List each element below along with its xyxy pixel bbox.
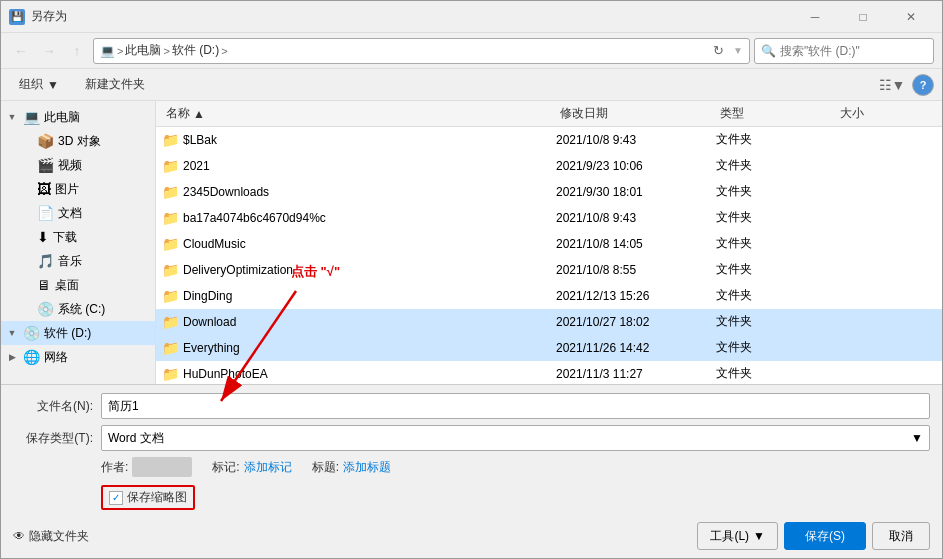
sidebar-item-music[interactable]: 🎵 音乐 [1, 249, 155, 273]
sidebar-item-d-drive[interactable]: ▼ 💿 软件 (D:) [1, 321, 155, 345]
tools-dropdown-icon: ▼ [753, 529, 765, 543]
col-header-date[interactable]: 修改日期 [556, 101, 716, 126]
sidebar-item-pictures[interactable]: 🖼 图片 [1, 177, 155, 201]
sidebar-item-videos[interactable]: 🎬 视频 [1, 153, 155, 177]
meta-row: 作者: 标记: 添加标记 标题: 添加标题 [13, 457, 930, 477]
tags-item: 标记: 添加标记 [212, 459, 291, 476]
thumbnail-checkbox[interactable]: ✓ [109, 491, 123, 505]
icon-downloads: ⬇ [37, 229, 49, 245]
filetype-row: 保存类型(T): Word 文档 ▼ [13, 425, 930, 451]
file-folder-icon: 📁 [162, 288, 179, 304]
col-header-size[interactable]: 大小 [836, 101, 936, 126]
file-row[interactable]: 📁 2345Downloads 2021/9/30 18:01 文件夹 [156, 179, 942, 205]
label-downloads: 下载 [53, 229, 77, 246]
sidebar-item-this-pc[interactable]: ▼ 💻 此电脑 [1, 105, 155, 129]
path-pc[interactable]: 💻 [100, 44, 115, 58]
icon-this-pc: 💻 [23, 109, 40, 125]
sidebar-item-network[interactable]: ▶ 🌐 网络 [1, 345, 155, 369]
save-as-dialog: 💾 另存为 ─ □ ✕ ← → ↑ 💻 > 此电脑 > 软件 (D:) > ↻ … [0, 0, 943, 559]
icon-videos: 🎬 [37, 157, 54, 173]
filetype-value: Word 文档 [108, 430, 164, 447]
refresh-button[interactable]: ↻ [707, 40, 729, 62]
toggle-d[interactable]: ▼ [5, 326, 19, 340]
file-folder-icon: 📁 [162, 262, 179, 278]
search-input[interactable] [780, 44, 930, 58]
label-c: 系统 (C:) [58, 301, 105, 318]
save-button[interactable]: 保存(S) [784, 522, 866, 550]
file-list[interactable]: 📁 $LBak 2021/10/8 9:43 文件夹 📁 2021 2021/9… [156, 127, 942, 384]
file-name: Download [183, 315, 556, 329]
search-icon: 🔍 [761, 44, 776, 58]
label-desktop: 桌面 [55, 277, 79, 294]
filename-label: 文件名(N): [13, 398, 93, 415]
minimize-button[interactable]: ─ [792, 1, 838, 33]
thumbnail-checkbox-wrapper[interactable]: ✓ 保存缩略图 [101, 485, 195, 510]
forward-button[interactable]: → [37, 39, 61, 63]
address-path: 💻 > 此电脑 > 软件 (D:) > [100, 42, 703, 59]
file-row[interactable]: 📁 HuDunPhotoEA 2021/11/3 11:27 文件夹 [156, 361, 942, 384]
icon-d: 💿 [23, 325, 40, 341]
tools-label: 工具(L) [710, 528, 749, 545]
tools-button[interactable]: 工具(L) ▼ [697, 522, 778, 550]
organize-button[interactable]: 组织 ▼ [9, 72, 69, 98]
search-box[interactable]: 🔍 [754, 38, 934, 64]
dropdown-arrow[interactable]: ▼ [733, 45, 743, 56]
file-row[interactable]: 📁 Download 2021/10/27 18:02 文件夹 [156, 309, 942, 335]
file-type: 文件夹 [716, 157, 836, 174]
file-folder-icon: 📁 [162, 210, 179, 226]
col-header-name[interactable]: 名称 ▲ [162, 101, 556, 126]
label-documents: 文档 [58, 205, 82, 222]
sidebar-item-c-drive[interactable]: 💿 系统 (C:) [1, 297, 155, 321]
path-drive[interactable]: 软件 (D:) [172, 42, 219, 59]
file-row[interactable]: 📁 2021 2021/9/23 10:06 文件夹 [156, 153, 942, 179]
file-folder-icon: 📁 [162, 158, 179, 174]
file-type: 文件夹 [716, 183, 836, 200]
address-toolbar: ← → ↑ 💻 > 此电脑 > 软件 (D:) > ↻ ▼ 🔍 [1, 33, 942, 69]
tags-label: 标记: [212, 459, 239, 476]
help-button[interactable]: ? [912, 74, 934, 96]
file-name: DeliveryOptimization [183, 263, 556, 277]
filetype-dropdown-icon: ▼ [911, 431, 923, 445]
up-button[interactable]: ↑ [65, 39, 89, 63]
file-row[interactable]: 📁 DeliveryOptimization 2021/10/8 8:55 文件… [156, 257, 942, 283]
sidebar-item-3d[interactable]: 📦 3D 对象 [1, 129, 155, 153]
view-button[interactable]: ☷ ▼ [878, 72, 906, 98]
sidebar-item-downloads[interactable]: ⬇ 下载 [1, 225, 155, 249]
address-bar[interactable]: 💻 > 此电脑 > 软件 (D:) > ↻ ▼ [93, 38, 750, 64]
toggle-this-pc[interactable]: ▼ [5, 110, 19, 124]
title-item: 标题: 添加标题 [312, 459, 391, 476]
toggle-network[interactable]: ▶ [5, 350, 19, 364]
sidebar-item-desktop[interactable]: 🖥 桌面 [1, 273, 155, 297]
filename-input[interactable] [101, 393, 930, 419]
file-row[interactable]: 📁 Everything 2021/11/26 14:42 文件夹 [156, 335, 942, 361]
bottom-area: 文件名(N): 保存类型(T): Word 文档 ▼ 作者: 标记: 添加标记 … [1, 384, 942, 558]
col-header-type[interactable]: 类型 [716, 101, 836, 126]
tags-link[interactable]: 添加标记 [244, 459, 292, 476]
file-row[interactable]: 📁 ba17a4074b6c4670d94%c 2021/10/8 9:43 文… [156, 205, 942, 231]
close-button[interactable]: ✕ [888, 1, 934, 33]
label-d: 软件 (D:) [44, 325, 91, 342]
sidebar-item-documents[interactable]: 📄 文档 [1, 201, 155, 225]
file-date: 2021/10/8 14:05 [556, 237, 716, 251]
back-button[interactable]: ← [9, 39, 33, 63]
path-root[interactable]: 此电脑 [125, 42, 161, 59]
label-pictures: 图片 [55, 181, 79, 198]
action-toolbar: 组织 ▼ 新建文件夹 ☷ ▼ ? [1, 69, 942, 101]
file-date: 2021/10/27 18:02 [556, 315, 716, 329]
hidden-files-toggle[interactable]: 👁 隐藏文件夹 [13, 528, 89, 545]
title-link[interactable]: 添加标题 [343, 459, 391, 476]
file-date: 2021/12/13 15:26 [556, 289, 716, 303]
icon-desktop: 🖥 [37, 277, 51, 293]
file-row[interactable]: 📁 CloudMusic 2021/10/8 14:05 文件夹 [156, 231, 942, 257]
cancel-button[interactable]: 取消 [872, 522, 930, 550]
filetype-select[interactable]: Word 文档 ▼ [101, 425, 930, 451]
file-row[interactable]: 📁 DingDing 2021/12/13 15:26 文件夹 [156, 283, 942, 309]
file-folder-icon: 📁 [162, 236, 179, 252]
label-network: 网络 [44, 349, 68, 366]
file-row[interactable]: 📁 $LBak 2021/10/8 9:43 文件夹 [156, 127, 942, 153]
new-folder-button[interactable]: 新建文件夹 [75, 72, 155, 98]
file-name: $LBak [183, 133, 556, 147]
thumbnail-label: 保存缩略图 [127, 489, 187, 506]
file-type: 文件夹 [716, 339, 836, 356]
maximize-button[interactable]: □ [840, 1, 886, 33]
